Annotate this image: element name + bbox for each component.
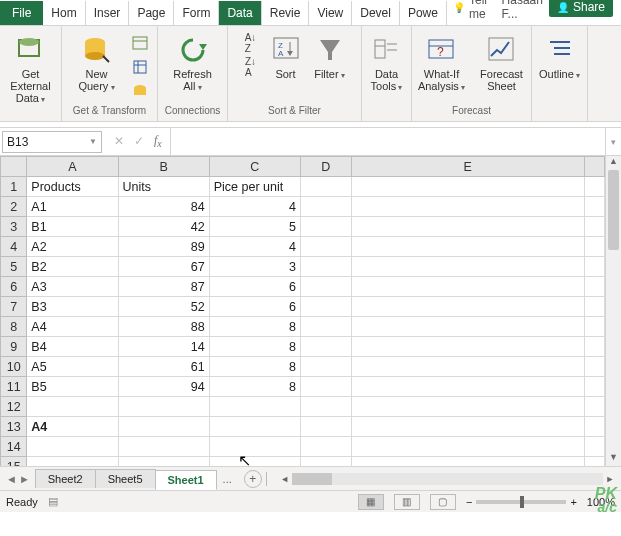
zoom-slider[interactable]: − + — [466, 496, 577, 508]
cell[interactable] — [300, 197, 351, 217]
cell[interactable] — [300, 317, 351, 337]
cell[interactable] — [584, 357, 604, 377]
cell[interactable] — [584, 197, 604, 217]
cell[interactable]: Pice per unit — [209, 177, 300, 197]
formula-input[interactable] — [170, 128, 605, 155]
row-header[interactable]: 12 — [1, 397, 27, 417]
cell[interactable] — [351, 237, 584, 257]
horizontal-scrollbar[interactable]: ◄ ► — [278, 473, 617, 485]
zoom-level[interactable]: 100% — [587, 496, 615, 508]
tab-insert[interactable]: Inser — [86, 1, 130, 25]
tab-data[interactable]: Data — [219, 1, 261, 25]
row-header[interactable]: 14 — [1, 437, 27, 457]
cell[interactable] — [584, 217, 604, 237]
tab-power[interactable]: Powe — [400, 1, 447, 25]
filter-button[interactable]: Filter — [310, 32, 350, 83]
cell[interactable]: 87 — [118, 277, 209, 297]
sort-za-button[interactable]: Z↓A — [240, 56, 262, 78]
sheet-tab-more[interactable]: ... — [217, 470, 238, 488]
table-row[interactable]: 14 — [1, 437, 605, 457]
cell[interactable] — [27, 457, 118, 467]
cell[interactable]: 4 — [209, 197, 300, 217]
table-row[interactable]: 5B2673 — [1, 257, 605, 277]
cell[interactable] — [351, 177, 584, 197]
data-tools-button[interactable]: Data Tools — [365, 32, 409, 95]
cell[interactable]: 8 — [209, 337, 300, 357]
cell[interactable] — [584, 377, 604, 397]
cell[interactable] — [300, 357, 351, 377]
cell[interactable]: A3 — [27, 277, 118, 297]
cell[interactable] — [584, 417, 604, 437]
cell[interactable] — [584, 237, 604, 257]
col-header[interactable]: C — [209, 157, 300, 177]
cell[interactable]: B4 — [27, 337, 118, 357]
cell[interactable]: B3 — [27, 297, 118, 317]
table-row[interactable]: 10A5618 — [1, 357, 605, 377]
name-box[interactable]: B13 ▼ — [2, 131, 102, 153]
hscroll-right[interactable]: ► — [603, 474, 617, 484]
row-header[interactable]: 15 — [1, 457, 27, 467]
tab-developer[interactable]: Devel — [352, 1, 400, 25]
new-query-button[interactable]: New Query — [69, 32, 125, 95]
cell[interactable] — [300, 457, 351, 467]
sheet-tab[interactable]: Sheet2 — [35, 469, 96, 488]
cell[interactable] — [300, 277, 351, 297]
cell[interactable]: 5 — [209, 217, 300, 237]
cell[interactable] — [351, 217, 584, 237]
col-header[interactable]: E — [351, 157, 584, 177]
cell[interactable] — [118, 437, 209, 457]
cell[interactable] — [351, 417, 584, 437]
formula-expand-button[interactable]: ▾ — [605, 128, 621, 155]
cancel-formula-button[interactable]: ✕ — [114, 134, 124, 148]
view-page-break-button[interactable]: ▢ — [430, 494, 456, 510]
user-label[interactable]: Hasaan F... — [502, 0, 543, 21]
row-header[interactable]: 7 — [1, 297, 27, 317]
zoom-out-button[interactable]: − — [466, 496, 472, 508]
share-button[interactable]: Share — [549, 0, 613, 17]
sheet-nav-next[interactable]: ► — [19, 473, 30, 485]
cell[interactable] — [300, 397, 351, 417]
row-header[interactable]: 10 — [1, 357, 27, 377]
cell[interactable] — [118, 457, 209, 467]
cell[interactable] — [584, 337, 604, 357]
zoom-knob[interactable] — [520, 496, 524, 508]
cell[interactable]: 88 — [118, 317, 209, 337]
tab-formulas[interactable]: Form — [174, 1, 219, 25]
cell[interactable] — [209, 437, 300, 457]
cell[interactable] — [584, 297, 604, 317]
cell[interactable] — [300, 177, 351, 197]
cell[interactable]: 67 — [118, 257, 209, 277]
sheet-nav-prev[interactable]: ◄ — [6, 473, 17, 485]
enter-formula-button[interactable]: ✓ — [134, 134, 144, 148]
col-header[interactable]: B — [118, 157, 209, 177]
table-row[interactable]: 9B4148 — [1, 337, 605, 357]
cell[interactable] — [584, 257, 604, 277]
row-header[interactable]: 8 — [1, 317, 27, 337]
what-if-analysis-button[interactable]: ? What-If Analysis — [414, 32, 470, 95]
cell[interactable] — [209, 417, 300, 437]
cell[interactable]: 61 — [118, 357, 209, 377]
cell[interactable]: B1 — [27, 217, 118, 237]
row-header[interactable]: 9 — [1, 337, 27, 357]
cell[interactable] — [351, 277, 584, 297]
scroll-up-button[interactable]: ▲ — [606, 156, 621, 170]
cell[interactable] — [351, 197, 584, 217]
cell[interactable] — [351, 257, 584, 277]
cell[interactable] — [351, 457, 584, 467]
table-row[interactable]: 2A1844 — [1, 197, 605, 217]
sort-az-button[interactable]: A↓Z — [240, 32, 262, 54]
cell[interactable]: 6 — [209, 277, 300, 297]
tab-review[interactable]: Revie — [262, 1, 310, 25]
table-row[interactable]: 11B5948 — [1, 377, 605, 397]
cell[interactable] — [300, 297, 351, 317]
table-row[interactable]: 4A2894 — [1, 237, 605, 257]
cell[interactable] — [351, 357, 584, 377]
col-header[interactable] — [584, 157, 604, 177]
cell[interactable]: A5 — [27, 357, 118, 377]
scroll-track[interactable] — [606, 170, 621, 452]
cell[interactable] — [300, 417, 351, 437]
cells-table[interactable]: A B C D E 1ProductsUnitsPice per unit2A1… — [0, 156, 605, 466]
refresh-all-button[interactable]: Refresh All — [165, 32, 221, 95]
cell[interactable] — [118, 397, 209, 417]
table-row[interactable]: 7B3526 — [1, 297, 605, 317]
